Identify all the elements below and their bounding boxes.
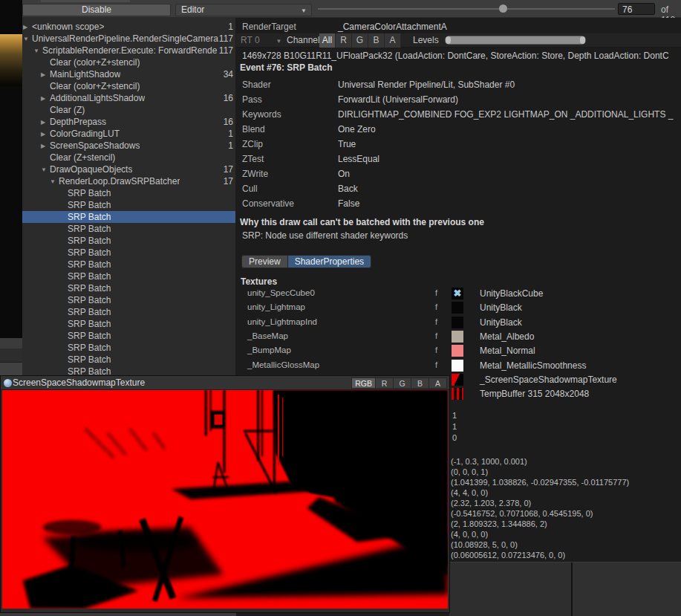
foldout-expanded-icon[interactable]: ▼ <box>50 175 59 187</box>
texture-row[interactable]: unity_SpecCube0f✖UnityBlackCube <box>236 287 681 301</box>
foldout-collapsed-icon[interactable]: ▶ <box>41 116 50 128</box>
shader-state-table: ShaderUniversal Render Pipeline/Lit, Sub… <box>236 77 681 211</box>
channel-button-a[interactable]: A <box>385 33 401 48</box>
tree-item[interactable]: ▼UniversalRenderPipeline.RenderSingleCam… <box>22 33 235 45</box>
tree-item[interactable]: Clear (color+Z+stencil) <box>22 80 235 92</box>
tree-item[interactable]: ▶MainLightShadow34 <box>22 68 235 80</box>
tree-item[interactable]: ▶<unknown scope>1 <box>22 21 235 33</box>
render-target-controls: RT 0▼ Channels AllRGBA Levels <box>236 33 681 48</box>
preview-channel-button-g[interactable]: G <box>394 377 411 389</box>
channel-button-all[interactable]: All <box>319 33 336 48</box>
foldout-expanded-icon[interactable]: ▼ <box>41 163 50 175</box>
tree-item[interactable]: ▶AdditionalLightsShadow16 <box>22 92 235 104</box>
texture-thumbnail-normal <box>452 345 463 357</box>
preview-channel-button-r[interactable]: R <box>376 377 394 389</box>
shader-state-label: Cull <box>242 181 258 196</box>
frame-debugger-window: Disable Editor ▼ 76 of 118 ▶<unknown sco… <box>0 0 681 616</box>
tree-item[interactable]: ▶DepthPrepass16 <box>22 116 235 128</box>
frame-number-input[interactable]: 76 <box>618 3 655 15</box>
tree-item-count <box>233 80 235 92</box>
batch-break-reason: SRP: Node use different shader keywords <box>242 230 408 241</box>
texture-flag: f <box>435 288 437 297</box>
tree-item-count <box>233 56 235 68</box>
shader-state-label: Blend <box>242 122 265 137</box>
levels-slider[interactable] <box>445 36 586 45</box>
texture-property-name: _BumpMap <box>247 346 291 354</box>
foldout-collapsed-icon[interactable]: ▶ <box>41 128 50 140</box>
shader-state-row: KeywordsDIRLIGHTMAP_COMBINED FOG_EXP2 LI… <box>236 107 681 122</box>
foldout-spacer <box>59 366 68 376</box>
shader-state-row: ZWriteOn <box>236 166 681 181</box>
tree-item[interactable]: ▼DrawOpaqueObjects17 <box>22 163 235 175</box>
tree-item-srp-batch[interactable]: SRP Batch <box>22 330 235 342</box>
foldout-collapsed-icon[interactable]: ▶ <box>41 140 50 152</box>
texture-row[interactable]: _BumpMapfMetal_Normal <box>236 344 681 358</box>
foldout-collapsed-icon[interactable]: ▶ <box>23 21 32 33</box>
tree-item[interactable]: ▼ScriptableRenderer.Execute: ForwardRend… <box>22 45 235 56</box>
tree-item-label: SRP Batch <box>68 259 111 270</box>
tree-item[interactable]: ▶ScreenSpaceShadows1 <box>22 140 235 152</box>
tab-shaderproperties[interactable]: ShaderProperties <box>288 255 371 268</box>
tree-item-srp-batch[interactable]: SRP Batch <box>22 259 235 270</box>
foldout-expanded-icon[interactable]: ▼ <box>23 33 32 45</box>
foldout-collapsed-icon[interactable]: ▶ <box>41 68 50 80</box>
tree-item-srp-batch[interactable]: SRP Batch <box>22 199 235 211</box>
tree-item-srp-batch[interactable]: SRP Batch <box>22 247 235 259</box>
tree-item[interactable]: ▼RenderLoop.DrawSRPBatcher17 <box>22 175 235 187</box>
texture-row[interactable]: _BaseMapfMetal_Albedo <box>236 330 681 344</box>
tree-item[interactable]: Clear (Z) <box>22 104 235 116</box>
foldout-expanded-icon[interactable]: ▼ <box>33 45 42 56</box>
tree-item[interactable]: ▶ColorGradingLUT1 <box>22 128 235 140</box>
tree-item-srp-batch[interactable]: SRP Batch <box>22 211 235 223</box>
tree-item-count <box>233 330 235 342</box>
channel-button-b[interactable]: B <box>368 33 385 48</box>
tree-item-srp-batch[interactable]: SRP Batch <box>22 318 235 330</box>
frame-slider-handle[interactable] <box>499 4 507 13</box>
tree-item-count <box>233 294 235 306</box>
tab-preview[interactable]: Preview <box>241 255 288 268</box>
frame-slider[interactable] <box>318 0 615 18</box>
shader-state-row: ShaderUniversal Render Pipeline/Lit, Sub… <box>236 77 681 92</box>
tree-item-srp-batch[interactable]: SRP Batch <box>22 294 235 306</box>
preview-titlebar[interactable]: ScreenSpaceShadowmapTexture RGBRGBA <box>1 376 449 390</box>
tree-item-srp-batch[interactable]: SRP Batch <box>22 342 235 354</box>
frame-slider-track[interactable] <box>318 8 615 10</box>
tree-item-srp-batch[interactable]: SRP Batch <box>22 270 235 282</box>
tree-item-srp-batch[interactable]: SRP Batch <box>22 354 235 366</box>
texture-flag: f <box>435 317 437 326</box>
levels-min-handle[interactable] <box>446 36 451 44</box>
preview-channel-button-b[interactable]: B <box>411 377 429 389</box>
foldout-collapsed-icon[interactable]: ▶ <box>41 92 50 104</box>
render-target-label: RenderTarget <box>242 22 296 32</box>
preview-window-footer <box>1 609 449 612</box>
preview-channel-button-a[interactable]: A <box>429 377 447 389</box>
tree-item-label: SRP Batch <box>68 187 111 199</box>
tree-item[interactable]: Clear (Z+stencil) <box>22 152 235 163</box>
texture-row[interactable]: _MetallicGlossMapfMetal_MetallicSmoothne… <box>236 359 681 373</box>
shader-state-value: On <box>338 166 681 181</box>
preview-channel-button-rgb[interactable]: RGB <box>351 377 376 389</box>
disable-button[interactable]: Disable <box>22 4 171 16</box>
target-dropdown[interactable]: Editor ▼ <box>175 4 312 16</box>
rt-index-dropdown[interactable]: RT 0▼ <box>241 35 282 45</box>
texture-preview-window[interactable]: ScreenSpaceShadowmapTexture RGBRGBA <box>0 375 450 613</box>
texture-thumbnail-cube: ✖ <box>452 288 463 299</box>
tree-item-label: SRP Batch <box>68 282 111 294</box>
tree-item[interactable]: Clear (color+Z+stencil) <box>22 56 235 68</box>
levels-max-handle[interactable] <box>580 36 585 44</box>
tree-item-srp-batch[interactable]: SRP Batch <box>22 187 235 199</box>
foldout-spacer <box>59 270 68 282</box>
tree-item-srp-batch[interactable]: SRP Batch <box>22 282 235 294</box>
tree-item-srp-batch[interactable]: SRP Batch <box>22 306 235 318</box>
tree-item-srp-batch[interactable]: SRP Batch <box>22 223 235 235</box>
tree-item-srp-batch[interactable]: SRP Batch <box>22 235 235 247</box>
tree-item-count: 34 <box>224 68 235 80</box>
chevron-down-icon: ▼ <box>301 5 307 16</box>
tree-item-label: DrawOpaqueObjects <box>50 163 132 175</box>
tree-item-count: 1 <box>228 21 235 33</box>
texture-row[interactable]: unity_LightmapfUnityBlack <box>236 301 681 315</box>
tree-item-srp-batch[interactable]: SRP Batch <box>22 366 235 376</box>
channel-button-g[interactable]: G <box>352 33 368 48</box>
texture-row[interactable]: unity_LightmapIndfUnityBlack <box>236 316 681 330</box>
channel-button-r[interactable]: R <box>336 33 352 48</box>
